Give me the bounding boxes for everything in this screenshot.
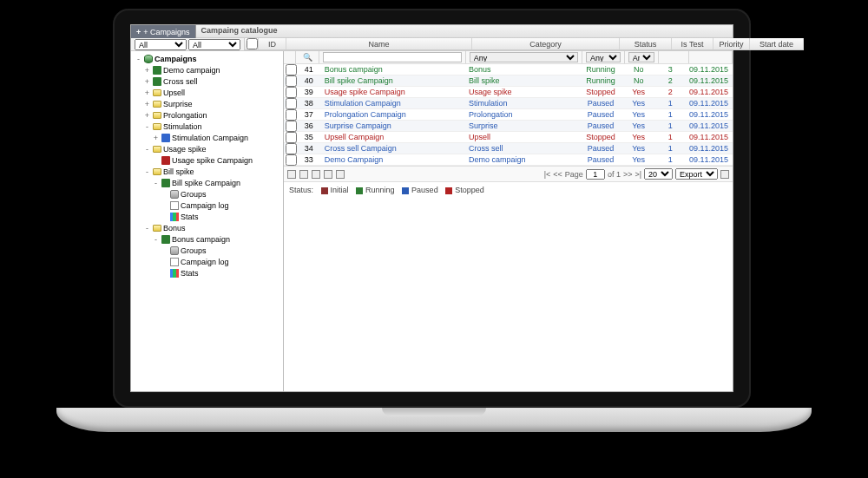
expand-icon[interactable]: - (143, 167, 151, 176)
copy-icon[interactable] (312, 170, 320, 179)
cell-category[interactable]: Bonus (465, 64, 581, 75)
table-row[interactable]: 34Cross sell CampaignCross sellPausedYes… (284, 143, 733, 154)
cell-category[interactable]: Usage spike (465, 87, 581, 97)
expand-icon[interactable]: + (143, 66, 151, 75)
cell-category[interactable]: Demo campaign (465, 154, 581, 165)
expand-icon[interactable] (161, 190, 168, 199)
filter-istest-select[interactable]: Any (628, 52, 654, 62)
col-name[interactable]: Name (286, 38, 472, 49)
table-row[interactable]: 36Surprise CampaignSurprisePausedYes109.… (284, 121, 733, 132)
table-row[interactable]: 35Upsell CampaignUpsellStoppedYes109.11.… (284, 132, 733, 143)
cell-name[interactable]: Cross sell Campaign (321, 143, 465, 154)
expand-icon[interactable]: + (143, 100, 151, 108)
cell-name[interactable]: Demo Campaign (321, 154, 465, 165)
pager-go-icon[interactable] (720, 170, 729, 179)
pager-last-icon[interactable]: >| (635, 170, 641, 179)
expand-icon[interactable]: - (135, 55, 142, 63)
add-campaign-button[interactable]: + + Campaigns (131, 25, 196, 38)
filter-name-input[interactable] (323, 52, 461, 62)
cell-name[interactable]: Bill spike Campaign (321, 75, 465, 86)
tree-node[interactable]: Groups (133, 245, 281, 256)
tree-node[interactable]: Groups (133, 188, 281, 200)
table-row[interactable]: 40Bill spike CampaignBill spikeRunningNo… (284, 75, 733, 87)
expand-icon[interactable] (161, 258, 168, 266)
pager-page-input[interactable] (586, 169, 605, 180)
tree-node[interactable]: -Bill spike (133, 166, 281, 177)
tree-node[interactable]: +Stimulation Campaign (133, 132, 281, 143)
add-icon[interactable] (287, 170, 296, 179)
cell-name[interactable]: Upsell Campaign (321, 132, 465, 142)
row-checkbox[interactable] (286, 121, 297, 132)
expand-icon[interactable]: - (152, 235, 160, 244)
cell-name[interactable]: Prolongation Campaign (321, 109, 465, 120)
tree-node[interactable]: -Bonus campaign (133, 233, 281, 245)
delete-icon[interactable] (324, 170, 332, 179)
tree-node[interactable]: +Surprise (133, 98, 281, 109)
row-checkbox[interactable] (286, 109, 297, 121)
col-status[interactable]: Status (620, 38, 672, 49)
search-icon[interactable]: 🔍 (303, 53, 312, 62)
row-checkbox[interactable] (286, 87, 297, 98)
tree-node[interactable]: -Bonus (133, 222, 281, 233)
refresh-icon[interactable] (336, 170, 345, 179)
cell-name[interactable]: Surprise Campaign (321, 121, 465, 131)
col-istest[interactable]: Is Test (672, 38, 713, 49)
tree-node[interactable]: +Demo campaign (133, 64, 281, 75)
row-checkbox[interactable] (286, 154, 297, 166)
pager-first-icon[interactable]: |< (544, 170, 551, 179)
cell-name[interactable]: Stimulation Campaign (321, 98, 465, 108)
expand-icon[interactable] (161, 246, 168, 255)
expand-icon[interactable] (152, 156, 160, 165)
expand-icon[interactable]: + (143, 77, 151, 86)
filter-status-select[interactable]: Any (586, 52, 621, 62)
pager-next-icon[interactable]: >> (623, 170, 633, 179)
expand-icon[interactable] (161, 269, 168, 278)
pager-export-select[interactable]: Export (675, 168, 718, 180)
table-row[interactable]: 38Stimulation CampaignStimulationPausedY… (284, 98, 733, 109)
tree-node[interactable]: -Usage spike (133, 143, 281, 154)
tree-node[interactable]: Campaign log (133, 200, 281, 211)
expand-icon[interactable]: - (143, 122, 151, 131)
row-checkbox[interactable] (286, 132, 297, 143)
cell-category[interactable]: Surprise (465, 121, 581, 131)
cell-category[interactable]: Cross sell (465, 143, 581, 154)
row-checkbox[interactable] (286, 64, 297, 75)
edit-icon[interactable] (299, 170, 308, 179)
table-row[interactable]: 37Prolongation CampaignProlongationPause… (284, 109, 733, 121)
expand-icon[interactable]: - (143, 224, 151, 232)
tree-node[interactable]: +Upsell (133, 87, 281, 98)
tree-node[interactable]: -Stimulation (133, 121, 281, 132)
expand-icon[interactable] (161, 201, 168, 210)
cell-category[interactable]: Bill spike (465, 75, 581, 86)
table-row[interactable]: 33Demo CampaignDemo campaignPausedYes109… (284, 154, 733, 166)
col-checkbox[interactable] (245, 38, 259, 49)
tree-node[interactable]: +Cross sell (133, 75, 281, 87)
tree-node[interactable]: Stats (133, 211, 281, 222)
col-category[interactable]: Category (472, 38, 620, 49)
cell-name[interactable]: Usage spike Campaign (321, 87, 465, 97)
select-all-checkbox[interactable] (247, 38, 258, 49)
tree-node[interactable]: Campaign log (133, 256, 281, 267)
tree-node[interactable]: +Prolongation (133, 109, 281, 121)
expand-icon[interactable]: - (152, 179, 160, 187)
cell-category[interactable]: Stimulation (465, 98, 581, 108)
expand-icon[interactable]: + (152, 134, 160, 142)
col-id[interactable]: ID (259, 38, 286, 49)
row-checkbox[interactable] (286, 98, 297, 109)
expand-icon[interactable] (161, 213, 168, 221)
row-checkbox[interactable] (286, 75, 297, 87)
expand-icon[interactable]: + (143, 111, 151, 120)
filter-category-select[interactable]: Any (470, 52, 578, 62)
table-row[interactable]: 41Bonus campaignBonusRunningNo309.11.201… (284, 64, 733, 75)
tree-node[interactable]: Stats (133, 267, 281, 278)
pager-size-select[interactable]: 20 (644, 168, 673, 180)
tree-node[interactable]: -Bill spike Campaign (133, 177, 281, 188)
filter-2-select[interactable]: All (188, 39, 240, 50)
filter-1-select[interactable]: All (135, 39, 187, 50)
col-startdate[interactable]: Start date (750, 38, 804, 49)
tree-root[interactable]: - Campaigns (133, 53, 281, 64)
row-checkbox[interactable] (286, 143, 297, 154)
tree-node[interactable]: Usage spike Campaign (133, 154, 281, 166)
table-row[interactable]: 39Usage spike CampaignUsage spikeStopped… (284, 87, 733, 98)
col-priority[interactable]: Priority (713, 38, 750, 49)
